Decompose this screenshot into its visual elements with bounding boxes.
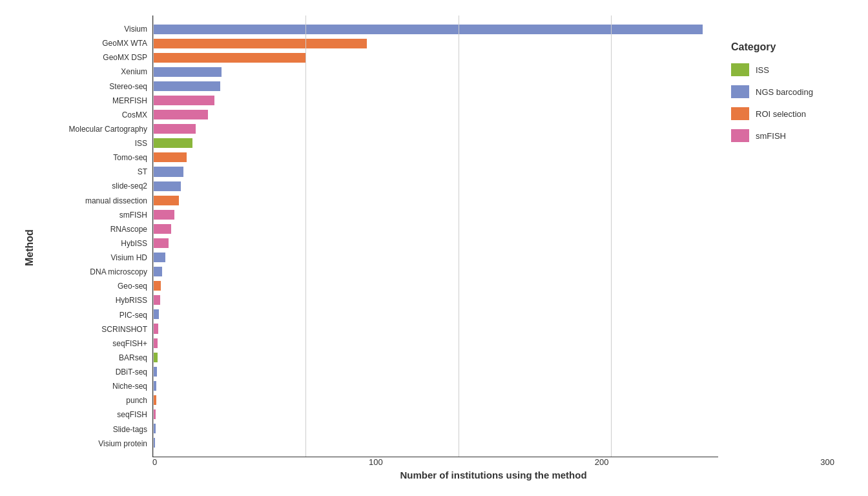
y-label: seqFISH <box>36 411 152 418</box>
legend-label: NGS barcoding <box>756 87 813 97</box>
bar <box>153 53 305 63</box>
bar <box>153 281 161 291</box>
x-ticks: 0100200300 <box>152 457 834 467</box>
y-label: Niche-seq <box>36 382 152 390</box>
bar-row <box>153 136 718 150</box>
bar <box>153 124 196 134</box>
bar-row <box>153 307 718 322</box>
y-label: PIC-seq <box>36 311 152 319</box>
y-label: HybISS <box>36 240 152 247</box>
legend-item: NGS barcoding <box>731 85 834 98</box>
y-label: HybRISS <box>36 296 152 304</box>
bar-row <box>153 193 718 207</box>
bar <box>153 167 183 176</box>
bar <box>153 324 158 333</box>
bar <box>153 353 158 362</box>
x-axis-label: Number of institutions using the method <box>152 470 834 480</box>
bar-row <box>153 65 718 79</box>
bar-row <box>153 179 718 193</box>
bar-row <box>153 393 718 407</box>
y-label: GeoMX WTA <box>36 39 152 47</box>
legend-color-box <box>731 129 749 142</box>
y-label: seqFISH+ <box>36 340 152 347</box>
bar-row <box>153 236 718 250</box>
bar <box>153 67 222 77</box>
y-label: Geo-seq <box>36 282 152 290</box>
bar <box>153 138 192 148</box>
legend-label: ISS <box>756 65 769 75</box>
y-label: SCRINSHOT <box>36 326 152 333</box>
plot-with-ylabels: VisiumGeoMX WTAGeoMX DSPXeniumStereo-seq… <box>36 16 847 457</box>
x-tick: 300 <box>820 457 834 467</box>
bar <box>153 238 169 248</box>
bar-row <box>153 336 718 350</box>
bar <box>153 338 158 348</box>
bar <box>153 438 155 448</box>
y-label: Stereo-seq <box>36 83 152 90</box>
y-label: BARseq <box>36 354 152 362</box>
y-label: MERFISH <box>36 97 152 105</box>
bar <box>153 39 367 48</box>
bar <box>153 210 174 220</box>
bar-row <box>153 207 718 222</box>
bar-row <box>153 79 718 93</box>
legend-color-box <box>731 107 749 120</box>
bar <box>153 81 220 91</box>
y-label: slide-seq2 <box>36 182 152 190</box>
bar-row <box>153 279 718 293</box>
bar-row <box>153 408 718 422</box>
y-label: Tomo-seq <box>36 154 152 161</box>
bar <box>153 25 703 34</box>
y-label: ISS <box>36 140 152 147</box>
y-label: DBiT-seq <box>36 368 152 376</box>
y-label: Visium protein <box>36 440 152 448</box>
y-label: DNA microscopy <box>36 268 152 276</box>
bar-row <box>153 350 718 364</box>
legend-item: ROI selection <box>731 107 834 120</box>
bar-row <box>153 322 718 336</box>
y-label: Visium <box>36 25 152 33</box>
y-label: CosMX <box>36 111 152 119</box>
legend-item: ISS <box>731 63 834 76</box>
bar-row <box>153 22 718 36</box>
y-label: Molecular Cartography <box>36 125 152 133</box>
bar <box>153 381 156 391</box>
bar-row <box>153 293 718 307</box>
x-axis-area: 0100200300 Number of institutions using … <box>152 457 847 480</box>
x-tick: 200 <box>595 457 609 467</box>
bar <box>153 196 179 205</box>
bar-row <box>153 165 718 179</box>
bar <box>153 295 160 305</box>
legend-items: ISSNGS barcodingROI selectionsmFISH <box>731 63 834 151</box>
legend: Category ISSNGS barcodingROI selectionsm… <box>718 16 847 457</box>
bar-row <box>153 422 718 436</box>
bar-row <box>153 122 718 136</box>
y-label: ST <box>36 168 152 176</box>
y-axis-label: Method <box>21 16 36 480</box>
plot-area-wrapper: VisiumGeoMX WTAGeoMX DSPXeniumStereo-seq… <box>36 16 847 480</box>
legend-title: Category <box>731 41 834 53</box>
y-label: punch <box>36 397 152 404</box>
bar <box>153 395 156 405</box>
bar-row <box>153 150 718 165</box>
legend-color-box <box>731 85 749 98</box>
bar-row <box>153 364 718 378</box>
bar <box>153 224 171 234</box>
plot-bars <box>152 16 718 457</box>
y-label: Slide-tags <box>36 426 152 433</box>
y-label: Xenium <box>36 68 152 76</box>
y-label: GeoMX DSP <box>36 54 152 61</box>
bar <box>153 309 159 319</box>
bar <box>153 367 157 377</box>
y-label: smFISH <box>36 211 152 219</box>
bar-row <box>153 222 718 236</box>
legend-label: smFISH <box>756 131 786 141</box>
bar-row <box>153 108 718 122</box>
chart-container: Method VisiumGeoMX WTAGeoMX DSPXeniumSte… <box>0 0 868 496</box>
y-label: RNAscope <box>36 225 152 233</box>
bar-row <box>153 251 718 265</box>
bar <box>153 409 156 419</box>
bar-row <box>153 36 718 50</box>
x-tick: 100 <box>369 457 383 467</box>
bar <box>153 267 162 276</box>
